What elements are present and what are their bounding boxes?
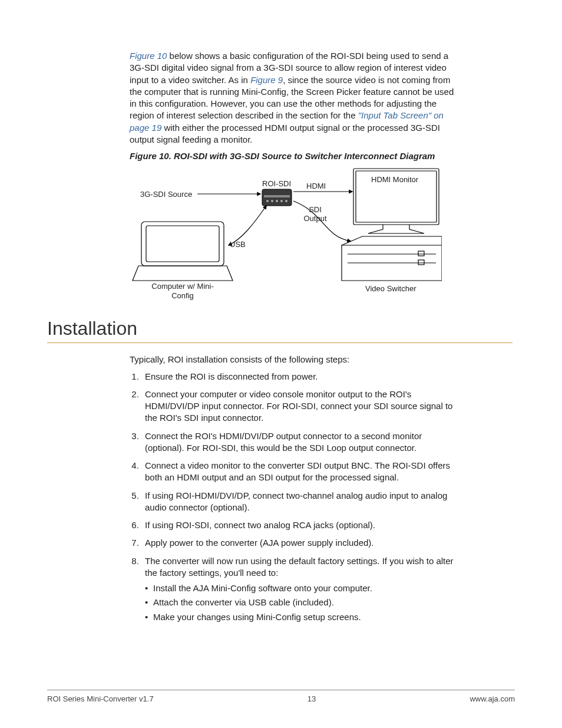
step-1: Ensure the ROI is disconnected from powe…: [141, 371, 459, 383]
footer-right: www.aja.com: [470, 694, 515, 704]
substeps: Install the AJA Mini-Config software ont…: [145, 582, 459, 623]
substep-2: Attach the converter via USB cable (incl…: [153, 597, 459, 608]
svg-point-13: [280, 200, 283, 202]
step-8: The converter will now run using the def…: [141, 555, 459, 623]
label-switcher: Video Switcher: [365, 284, 416, 294]
step-6: If using ROI-SDI, connect two analog RCA…: [141, 519, 459, 531]
substep-3: Make your changes using Mini-Config setu…: [153, 611, 459, 623]
step-3: Connect the ROI's HDMI/DVI/DP output con…: [141, 430, 459, 454]
label-source: 3G-SDI Source: [140, 189, 192, 200]
label-computer: Computer w/ Mini-Config: [150, 282, 215, 300]
footer-left: ROI Series Mini-Converter v1.7: [47, 694, 154, 704]
step-8-text: The converter will now run using the def…: [145, 556, 454, 578]
svg-rect-9: [264, 195, 290, 197]
svg-point-10: [266, 200, 269, 202]
section-lead: Typically, ROI installation consists of …: [130, 354, 459, 365]
label-roi: ROI-SDI: [262, 179, 291, 189]
step-2: Connect your computer or video console m…: [141, 388, 459, 424]
label-usb: USB: [230, 239, 246, 250]
step-7: Apply power to the converter (AJA power …: [141, 537, 459, 549]
svg-point-12: [276, 200, 278, 202]
svg-rect-4: [418, 251, 424, 256]
substep-1: Install the AJA Mini-Config software ont…: [153, 582, 459, 594]
svg-point-11: [271, 200, 273, 202]
interconnect-diagram: 3G-SDI Source ROI-SDI HDMI SDI Output US…: [130, 166, 442, 298]
svg-rect-5: [418, 260, 424, 265]
figure-caption: Figure 10. ROI-SDI with 3G-SDI Source to…: [130, 150, 459, 162]
svg-rect-6: [141, 222, 224, 266]
svg-point-14: [285, 200, 287, 202]
section-heading: Installation: [47, 316, 513, 343]
label-hdmi: HDMI: [306, 181, 326, 192]
ref-figure-10[interactable]: Figure 10: [130, 51, 167, 61]
step-5: If using ROI-HDMI/DVI/DP, connect two-ch…: [141, 490, 459, 514]
intro-seg3: with either the processed HDMI output si…: [130, 123, 440, 144]
footer-page: 13: [308, 694, 316, 704]
intro-paragraph: Figure 10 below shows a basic configurat…: [130, 50, 459, 146]
install-steps: Ensure the ROI is disconnected from powe…: [130, 371, 459, 623]
step-4: Connect a video monitor to the converter…: [141, 460, 459, 484]
svg-rect-7: [146, 226, 219, 262]
label-sdi: SDI Output: [300, 206, 330, 223]
label-monitor: HDMI Monitor: [371, 174, 418, 185]
page-footer: ROI Series Mini-Converter v1.7 13 www.aj…: [47, 690, 515, 704]
ref-figure-9[interactable]: Figure 9: [250, 75, 283, 85]
